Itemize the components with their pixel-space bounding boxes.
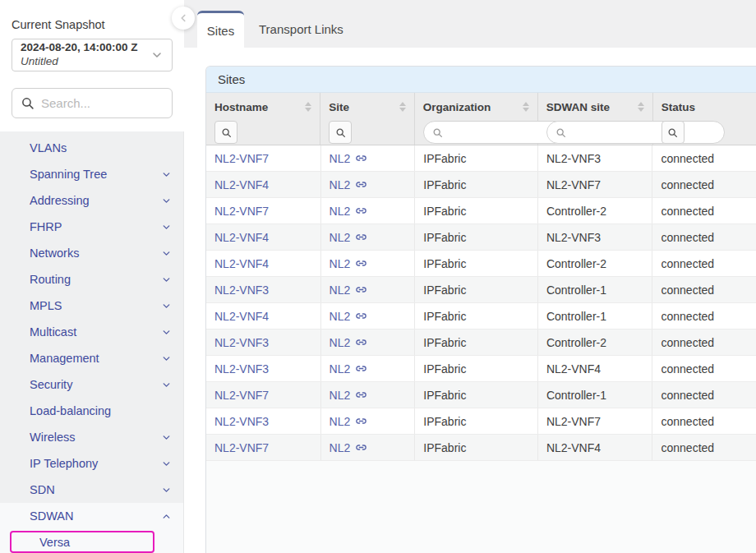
table-row[interactable]: NL2-VNF7 NL2 IPFabric Controller-2 conne… [206, 198, 756, 224]
filter-button-status[interactable] [662, 121, 685, 144]
table-row[interactable]: NL2-VNF7 NL2 IPFabric NL2-VNF4 connected [206, 435, 756, 461]
snapshot-section: Current Snapshot 2024-08-20, 14:00:00 Z … [0, 0, 184, 131]
cell-sdwan-site: Controller-1 [538, 303, 653, 329]
panel-title: Sites [206, 67, 756, 93]
cell-hostname[interactable]: NL2-VNF4 [206, 303, 321, 329]
sidebar-item-security[interactable]: Security [0, 371, 183, 398]
sidebar-item-fhrp[interactable]: FHRP [0, 214, 183, 240]
table-row[interactable]: NL2-VNF3 NL2 IPFabric NL2-VNF4 connected [206, 356, 756, 382]
sidebar-item-addressing[interactable]: Addressing [0, 187, 183, 214]
table-row[interactable]: NL2-VNF4 NL2 IPFabric NL2-VNF7 connected [206, 172, 756, 198]
sort-icon[interactable] [398, 100, 408, 113]
chevron-up-icon [161, 511, 172, 522]
cell-site[interactable]: NL2 [321, 198, 416, 224]
cell-hostname[interactable]: NL2-VNF4 [206, 224, 321, 250]
table-row[interactable]: NL2-VNF4 NL2 IPFabric NL2-VNF3 connected [206, 224, 756, 251]
cell-hostname[interactable]: NL2-VNF3 [206, 356, 321, 381]
column-site: Site [320, 93, 414, 145]
table-row[interactable]: NL2-VNF4 NL2 IPFabric Controller-1 conne… [206, 303, 756, 329]
link-icon [355, 205, 367, 217]
cell-hostname[interactable]: NL2-VNF7 [206, 382, 321, 408]
sidebar-item-load-balancing[interactable]: Load-balancing [0, 398, 183, 424]
cell-organization: IPFabric [415, 145, 538, 171]
sidebar-item-label: Load-balancing [30, 404, 111, 417]
cell-sdwan-site: NL2-VNF3 [538, 224, 653, 250]
cell-sdwan-site: NL2-VNF4 [538, 435, 653, 460]
sort-icon[interactable] [303, 100, 313, 113]
sidebar-item-routing[interactable]: Routing [0, 266, 183, 293]
cell-site[interactable]: NL2 [321, 251, 416, 276]
sidebar-item-wireless[interactable]: Wireless [0, 424, 183, 450]
cell-hostname[interactable]: NL2-VNF4 [206, 251, 321, 276]
column-organization: Organization [415, 93, 538, 145]
link-icon [355, 231, 367, 243]
sidebar-item-label: Spanning Tree [30, 168, 107, 181]
filter-button-site[interactable] [329, 121, 352, 144]
cell-hostname[interactable]: NL2-VNF4 [206, 172, 321, 197]
cell-site[interactable]: NL2 [321, 303, 416, 329]
cell-hostname[interactable]: NL2-VNF7 [206, 435, 321, 460]
sidebar-item-management[interactable]: Management [0, 345, 183, 371]
cell-site[interactable]: NL2 [321, 277, 416, 302]
search-icon [432, 127, 443, 138]
sidebar-item-versa[interactable]: Versa [10, 531, 154, 553]
cell-status: connected [652, 382, 756, 408]
cell-organization: IPFabric [415, 172, 538, 197]
chevron-down-icon [161, 169, 172, 180]
table-row[interactable]: NL2-VNF3 NL2 IPFabric NL2-VNF7 connected [206, 408, 756, 435]
sidebar-item-mpls[interactable]: MPLS [0, 293, 183, 319]
cell-sdwan-site: NL2-VNF4 [538, 356, 653, 381]
cell-site[interactable]: NL2 [321, 172, 416, 197]
link-icon [355, 310, 367, 322]
cell-hostname[interactable]: NL2-VNF7 [206, 145, 321, 171]
cell-site[interactable]: NL2 [321, 224, 416, 250]
sidebar-item-multicast[interactable]: Multicast [0, 319, 183, 345]
snapshot-select[interactable]: 2024-08-20, 14:00:00 Z Untitled [12, 39, 173, 71]
column-label: SDWAN site [546, 101, 610, 113]
sidebar-item-sdwan[interactable]: SDWAN [0, 503, 183, 529]
cell-hostname[interactable]: NL2-VNF3 [206, 408, 321, 434]
column-label: Organization [423, 101, 491, 113]
sidebar-item-ip-telephony[interactable]: IP Telephony [0, 450, 183, 477]
sidebar-item-vlans[interactable]: VLANs [0, 135, 183, 161]
tab-transport-links[interactable]: Transport Links [247, 11, 356, 48]
sidebar-item-networks[interactable]: Networks [0, 240, 183, 266]
sidebar-item-label: Wireless [30, 431, 76, 444]
tab-sites[interactable]: Sites [197, 11, 244, 48]
cell-organization: IPFabric [415, 303, 538, 329]
cell-site[interactable]: NL2 [321, 356, 416, 381]
cell-site[interactable]: NL2 [321, 435, 416, 460]
sidebar-item-spanning-tree[interactable]: Spanning Tree [0, 161, 183, 187]
cell-status: connected [652, 329, 756, 355]
cell-hostname[interactable]: NL2-VNF3 [206, 277, 321, 302]
table-row[interactable]: NL2-VNF7 NL2 IPFabric NL2-VNF3 connected [206, 145, 756, 172]
sidebar-collapse-button[interactable] [172, 7, 195, 30]
cell-hostname[interactable]: NL2-VNF7 [206, 198, 321, 224]
sort-icon[interactable] [521, 100, 531, 113]
cell-status: connected [652, 224, 756, 250]
current-snapshot-label: Current Snapshot [12, 18, 173, 31]
filter-button-hostname[interactable] [214, 121, 237, 144]
sidebar-search[interactable] [12, 88, 173, 118]
table-row[interactable]: NL2-VNF3 NL2 IPFabric Controller-1 conne… [206, 277, 756, 303]
table-row[interactable]: NL2-VNF7 NL2 IPFabric Controller-1 conne… [206, 382, 756, 408]
chevron-down-icon [161, 353, 172, 364]
sidebar-item-label: MPLS [30, 299, 62, 312]
tab-label: Transport Links [259, 22, 343, 36]
chevron-down-icon [161, 301, 172, 311]
cell-organization: IPFabric [415, 356, 538, 381]
cell-site[interactable]: NL2 [321, 145, 416, 171]
cell-site[interactable]: NL2 [321, 329, 416, 355]
sidebar-item-label: Security [30, 378, 72, 391]
cell-hostname[interactable]: NL2-VNF3 [206, 329, 321, 355]
cell-organization: IPFabric [415, 224, 538, 250]
chevron-left-icon [177, 12, 189, 24]
sort-icon[interactable] [636, 100, 646, 113]
table-row[interactable]: NL2-VNF3 NL2 IPFabric Controller-2 conne… [206, 329, 756, 356]
search-input[interactable] [41, 96, 164, 110]
cell-site[interactable]: NL2 [321, 382, 416, 408]
table-row[interactable]: NL2-VNF4 NL2 IPFabric Controller-2 conne… [206, 251, 756, 277]
sidebar-item-sdn[interactable]: SDN [0, 477, 183, 503]
cell-site[interactable]: NL2 [321, 408, 416, 434]
cell-status: connected [652, 408, 756, 434]
